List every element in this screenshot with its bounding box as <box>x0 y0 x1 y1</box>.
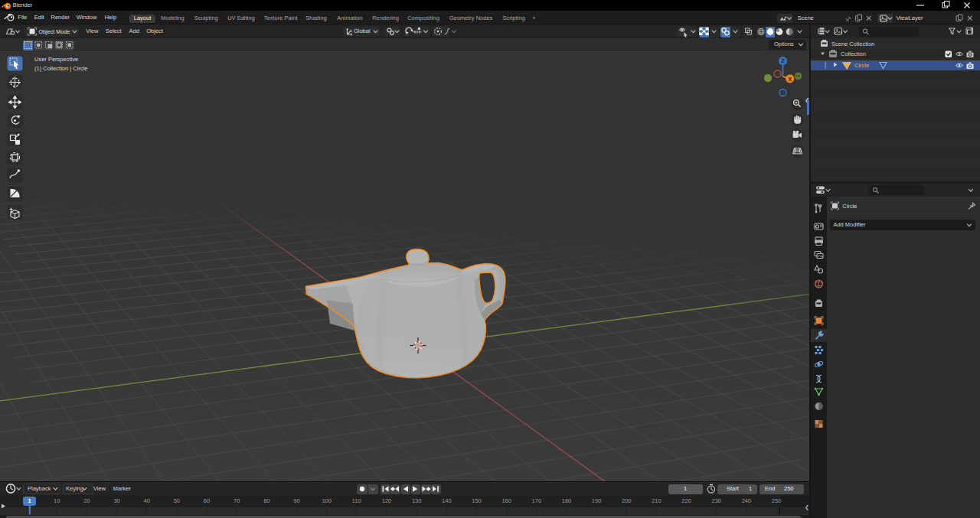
svg-text:Z: Z <box>781 57 785 64</box>
svg-text:X: X <box>788 76 792 83</box>
